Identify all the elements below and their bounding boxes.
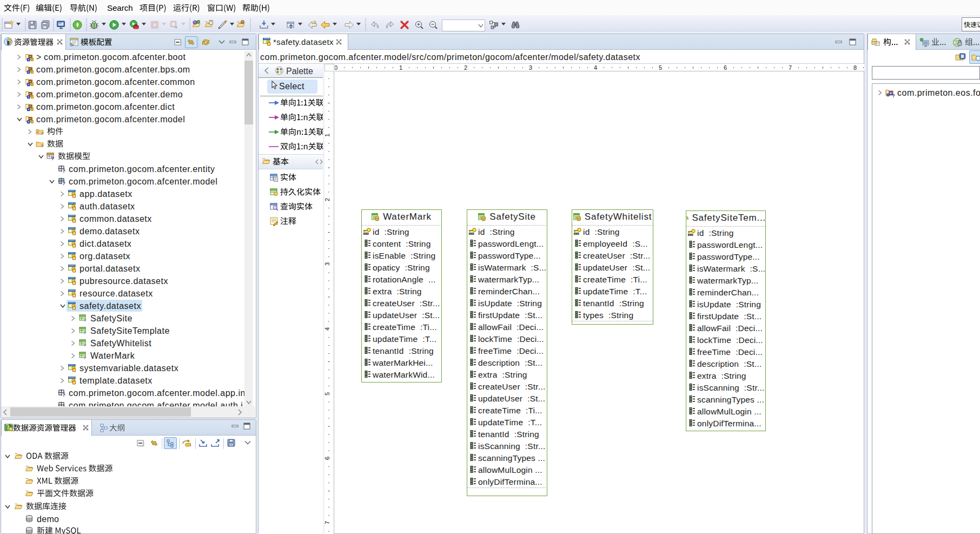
svg-text:1: 1: [325, 134, 330, 137]
svg-text:?: ?: [84, 343, 87, 348]
svg-text:6: 6: [724, 64, 727, 71]
svg-text:1: 1: [399, 64, 402, 71]
svg-text:?: ?: [84, 331, 87, 335]
svg-text:6: 6: [325, 457, 330, 460]
svg-text:4: 4: [594, 64, 597, 71]
svg-text:?: ?: [62, 180, 65, 186]
svg-text:3: 3: [325, 262, 330, 266]
svg-text:?: ?: [62, 168, 65, 174]
svg-text:?: ?: [51, 156, 55, 161]
svg-text:?: ?: [62, 392, 65, 398]
svg-text:7: 7: [789, 64, 792, 71]
svg-text:8: 8: [853, 64, 857, 71]
svg-text:≡: ≡: [37, 130, 39, 135]
svg-text:?: ?: [84, 355, 87, 360]
svg-text:?: ?: [892, 93, 895, 98]
svg-text:2: 2: [325, 198, 330, 201]
svg-text:4: 4: [325, 327, 330, 331]
svg-text:?: ?: [41, 143, 43, 148]
svg-text:?: ?: [41, 131, 43, 136]
svg-text:5: 5: [325, 392, 330, 395]
svg-text:3: 3: [529, 64, 532, 71]
svg-text:?: ?: [84, 318, 87, 323]
svg-text:5: 5: [659, 64, 662, 71]
svg-text:0: 0: [335, 64, 337, 71]
svg-text:2: 2: [464, 64, 467, 71]
svg-text:7: 7: [325, 521, 330, 524]
